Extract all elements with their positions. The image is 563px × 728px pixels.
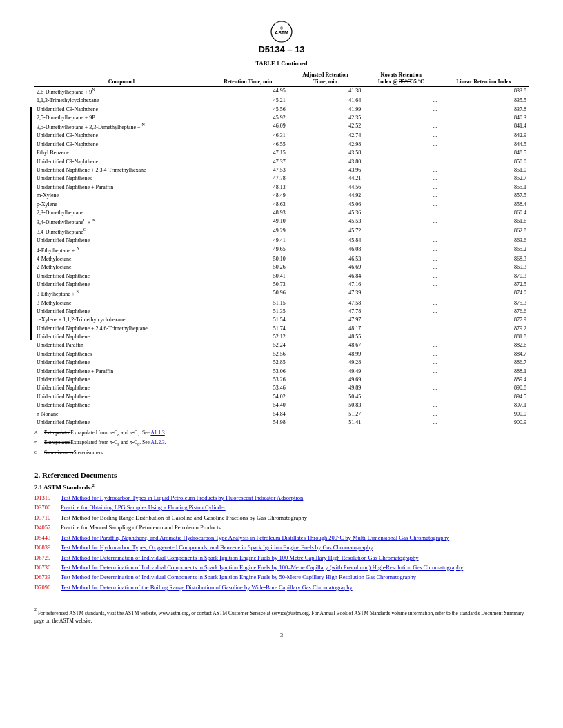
table-row: Unidentified Naphthene53.2649.69...889.4 (34, 376, 529, 384)
col-adjusted: Adjusted RetentionTime, min (288, 70, 363, 87)
table-row: Unidentified Naphthene50.4146.84...870.3 (34, 272, 529, 281)
table-row: Unidentified Naphthene52.8549.28...886.7 (34, 358, 529, 367)
section-2-title: 2. Referenced Documents (34, 471, 529, 479)
table-row: Unidentified Naphthenes47.7844.21...852.… (34, 174, 529, 183)
table-row: Unidentified Naphthene49.4145.84...863.6 (34, 236, 529, 245)
table-footnotes: A ExtrapolatedExtrapolated from n-C8 and… (34, 429, 529, 458)
table-row: Ethyl Benzene47.1543.58...848.5 (34, 149, 529, 157)
table-row: Unidentified Naphthene54.9851.41...900.9 (34, 418, 529, 427)
col-kovats: Kovats RetentionIndex @ 35°C35 °C (363, 70, 439, 87)
page-header: ® ASTM D5134 – 13 (34, 21, 529, 54)
table-title: TABLE 1 Continued (34, 60, 529, 67)
reference-item: D6839Test Method for Hydrocarbon Types, … (34, 544, 529, 552)
page-number: 3 (34, 631, 529, 638)
table-row: 3-Ethylheptane + N50.9647.39...874.0 (34, 289, 529, 299)
table-row: Unidentified Naphthene + 2,4,6-Trimethyl… (34, 325, 529, 333)
footnote-a: A ExtrapolatedExtrapolated from n-C8 and… (34, 429, 529, 438)
table-row: 2,5-Dimethylheptane + 9P45.9242.35...840… (34, 114, 529, 122)
col-retention: Retention Time, min (208, 70, 288, 87)
table-row: Unidentified Naphthene53.4649.89...890.8 (34, 384, 529, 392)
reference-item: D3700Practice for Obtaining LPG Samples … (34, 504, 529, 512)
subsection-title: 2.1 ASTM Standards:2 (34, 483, 529, 491)
reference-item: D4057Practice for Manual Sampling of Pet… (34, 524, 529, 532)
reference-list: D1319Test Method for Hydrocarbon Types i… (34, 494, 529, 592)
table-row: 2,3-Dimethylheptane48.9345.36...860.4 (34, 209, 529, 217)
table-row: Unidentified Naphthene + 2,3,4-Trimethyl… (34, 166, 529, 174)
table-row: 3-Methyloctane51.1547.58...875.3 (34, 299, 529, 307)
table-row: p-Xylene48.6345.06...858.4 (34, 201, 529, 209)
table-row: 1,1,3-Trimethylcyclohexane45.2141.64...8… (34, 97, 529, 105)
table-row: 2-Methyloctane50.2646.69...869.3 (34, 263, 529, 272)
col-linear: Linear Retention Index (439, 70, 529, 87)
table-row: Unidentified C9-Naphthene47.3743.80...85… (34, 158, 529, 166)
table-row: 3,4-DimethylheptaneC49.2945.72...862.8 (34, 227, 529, 236)
svg-text:ASTM: ASTM (275, 30, 288, 35)
table-row: 2,6-Dimethylheptane + 9N44.9541.38...833… (34, 87, 529, 97)
reference-item: D5443Test Method for Paraffin, Naphthene… (34, 534, 529, 542)
reference-item: D7096Test Method for Determination of th… (34, 584, 529, 592)
footnote-b: B ExtrapolatedExtrapolated from n-C8 and… (34, 439, 529, 448)
table-row: Unidentified C9-Naphthene45.5641.99...83… (34, 105, 529, 114)
section-2: 2. Referenced Documents 2.1 ASTM Standar… (34, 471, 529, 592)
reference-item: D6729Test Method for Determination of In… (34, 554, 529, 562)
col-compound: Compound (34, 70, 208, 87)
table-row: Unidentified Naphthene50.7347.16...872.5 (34, 281, 529, 289)
data-table: Compound Retention Time, min Adjusted Re… (34, 70, 529, 427)
document-title: D5134 – 13 (34, 44, 529, 54)
footer-footnote: 2 For referenced ASTM standards, visit t… (34, 603, 529, 625)
table-row: Unidentified Naphthene52.1248.55...881.8 (34, 333, 529, 341)
reference-item: D6730Test Method for Determination of In… (34, 564, 529, 572)
table-row: Unidentified C9-Naphthene46.3142.74...84… (34, 132, 529, 140)
table-row: 4-Methyloctane50.1046.53...868.3 (34, 255, 529, 263)
table-row: Unidentified Naphthene + Paraffin48.1344… (34, 183, 529, 192)
table-row: Unidentified Naphthene51.3547.78...876.6 (34, 307, 529, 316)
table-row: n-Nonane54.8451.27...900.0 (34, 410, 529, 418)
table-row: m-Xylene48.4944.92...857.5 (34, 192, 529, 200)
table-row: Unidentified Naphthene54.4050.83...897.1 (34, 401, 529, 410)
table-row: o-Xylene + 1,1,2-Trimethylcyclohexane51.… (34, 316, 529, 324)
reference-item: D1319Test Method for Hydrocarbon Types i… (34, 494, 529, 502)
table-row: 3,4-DimethylheptaneC + N49.1045.53...861… (34, 217, 529, 227)
reference-item: D6733Test Method for Determination of In… (34, 574, 529, 581)
astm-logo: ® ASTM (270, 21, 293, 43)
table-row: Unidentified Naphthenes52.5648.99...884.… (34, 350, 529, 358)
table-row: 4-Ethylheptane + N49.6546.08...865.2 (34, 245, 529, 255)
table-row: 3,5-Dimethylheptane + 3,3-Dimethylheptan… (34, 122, 529, 132)
footnote-c: C StereoisomersStereoisomers. (34, 449, 529, 458)
table-row: Unidentified Naphthene54.0250.45...894.5 (34, 393, 529, 401)
reference-item: D3710Test Method for Boiling Range Distr… (34, 514, 529, 522)
table-row: Unidentified Paraffin52.2448.67...882.6 (34, 341, 529, 350)
table-row: Unidentified Naphthene + Paraffin53.0649… (34, 367, 529, 376)
table-row: Unidentified C9-Naphthene46.5542.98...84… (34, 141, 529, 149)
